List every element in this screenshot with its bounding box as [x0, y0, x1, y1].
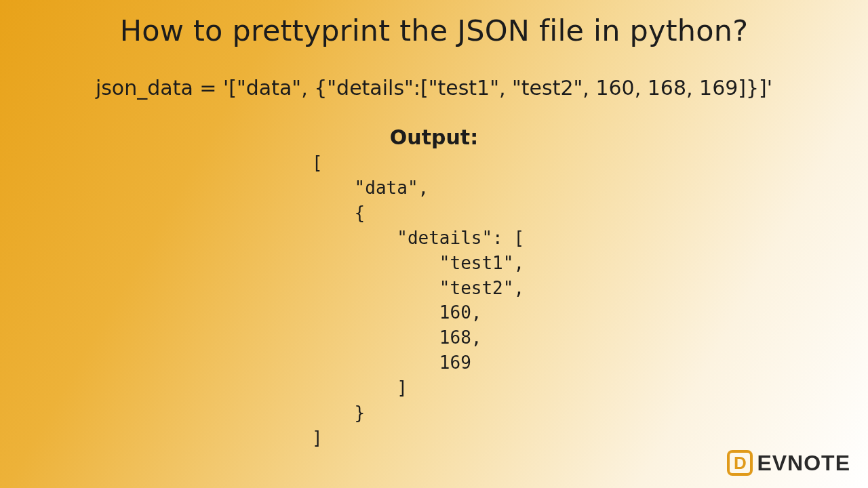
- logo-text: EVNOTE: [757, 451, 850, 476]
- logo-d-icon: D: [727, 450, 753, 476]
- page-title: How to prettyprint the JSON file in pyth…: [0, 0, 868, 47]
- brand-logo: D EVNOTE: [727, 450, 850, 476]
- code-input-line: json_data = '["data", {"details":["test1…: [0, 76, 868, 100]
- output-label: Output:: [0, 125, 868, 149]
- output-json-block: [ "data", { "details": [ "test1", "test2…: [312, 150, 556, 451]
